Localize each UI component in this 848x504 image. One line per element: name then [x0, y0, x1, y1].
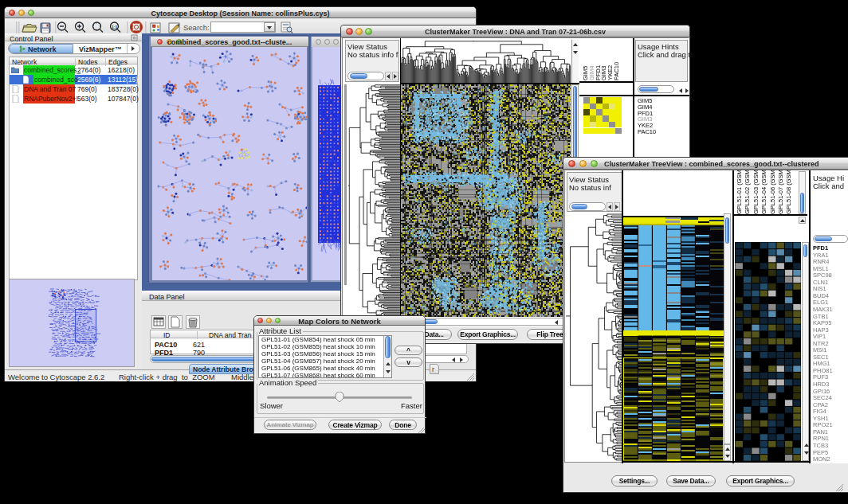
svg-text:1:1: 1:1: [112, 25, 117, 29]
